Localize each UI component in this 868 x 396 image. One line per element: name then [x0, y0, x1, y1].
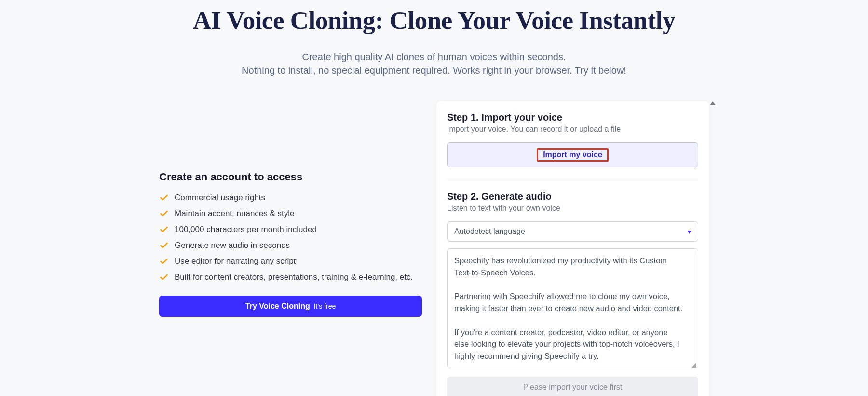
- feature-text: Commercial usage rights: [175, 193, 265, 203]
- check-icon: [159, 225, 169, 234]
- list-item: Use editor for narrating any script: [159, 257, 422, 266]
- check-icon: [159, 273, 169, 282]
- page-title: AI Voice Cloning: Clone Your Voice Insta…: [0, 6, 868, 35]
- generate-disabled-button: Please import your voice first: [447, 377, 698, 396]
- list-item: Built for content creators, presentation…: [159, 273, 422, 282]
- import-voice-label: Import my voice: [537, 148, 609, 162]
- page-subtitle: Create high quality AI clones of human v…: [0, 50, 868, 77]
- feature-text: 100,000 characters per month included: [175, 225, 317, 234]
- script-textarea[interactable]: [448, 249, 698, 368]
- check-icon: [159, 209, 169, 218]
- check-icon: [159, 241, 169, 250]
- language-select[interactable]: Autodetect language ▾: [447, 221, 698, 242]
- cta-bold-text: Try Voice Cloning: [245, 302, 310, 311]
- script-textarea-wrap: ◢: [447, 248, 698, 368]
- feature-text: Generate new audio in seconds: [175, 241, 290, 250]
- cta-light-text: It's free: [314, 302, 336, 310]
- list-item: Maintain accent, nuances & style: [159, 209, 422, 218]
- check-icon: [159, 257, 169, 266]
- list-item: Commercial usage rights: [159, 193, 422, 203]
- voice-clone-panel: Step 1. Import your voice Import your vo…: [436, 101, 709, 396]
- subtitle-line-2: Nothing to install, no special equipment…: [242, 65, 626, 76]
- feature-text: Use editor for narrating any script: [175, 257, 296, 266]
- feature-list: Commercial usage rights Maintain accent,…: [159, 193, 422, 282]
- list-item: 100,000 characters per month included: [159, 225, 422, 234]
- try-voice-cloning-button[interactable]: Try Voice Cloning It's free: [159, 296, 422, 317]
- benefits-heading: Create an account to access: [159, 171, 422, 183]
- step1-title: Step 1. Import your voice: [447, 112, 698, 123]
- subtitle-line-1: Create high quality AI clones of human v…: [302, 52, 566, 62]
- step2-subtitle: Listen to text with your own voice: [447, 204, 698, 213]
- account-benefits-section: Create an account to access Commercial u…: [159, 101, 422, 396]
- divider: [447, 178, 698, 178]
- scroll-up-icon[interactable]: [710, 101, 716, 105]
- chevron-down-icon: ▾: [688, 228, 691, 235]
- feature-text: Maintain accent, nuances & style: [175, 209, 295, 218]
- feature-text: Built for content creators, presentation…: [175, 273, 413, 282]
- list-item: Generate new audio in seconds: [159, 241, 422, 250]
- step1-subtitle: Import your voice. You can record it or …: [447, 125, 698, 134]
- import-voice-button[interactable]: Import my voice: [447, 142, 698, 167]
- language-selected-value: Autodetect language: [454, 227, 525, 236]
- check-icon: [159, 193, 169, 203]
- step2-title: Step 2. Generate audio: [447, 191, 698, 202]
